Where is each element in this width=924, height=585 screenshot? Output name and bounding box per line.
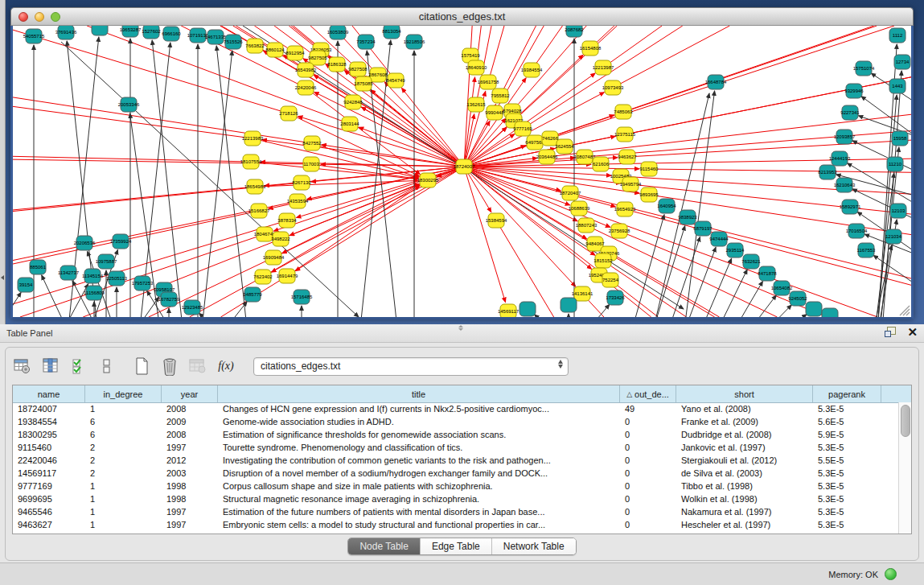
table-row[interactable]: 911546021997Tourette syndrome. Phenomeno… — [13, 441, 899, 454]
graph-node-label: 18720407 — [560, 191, 581, 196]
table-selector-dropdown[interactable]: citations_edges.txt — [253, 357, 569, 376]
sort-ascending-icon: △ — [626, 390, 632, 398]
graph-node-teal[interactable] — [519, 302, 536, 316]
column-header[interactable]: short — [676, 385, 813, 402]
graph-node-label: 16782759 — [158, 297, 180, 302]
graph-node-label: 15751074 — [853, 66, 875, 71]
column-header[interactable]: pagerank — [813, 385, 881, 402]
graph-node-label: 19495794 — [620, 182, 642, 187]
graph-node-label: 8213953 — [818, 170, 837, 175]
table-panel-header[interactable]: Table Panel ✕ — [0, 324, 924, 343]
graph-node-label: 18654983 — [244, 184, 266, 189]
table-selector-value: citations_edges.txt — [261, 360, 340, 372]
float-panel-icon[interactable] — [885, 327, 897, 338]
network-window[interactable]: citations_edges.txt 18724007183002951575… — [10, 7, 914, 318]
tab-edge-table[interactable]: Edge Table — [421, 538, 492, 554]
column-header[interactable]: title — [218, 385, 620, 402]
table-row[interactable]: 977716911998Corpus callosum shape and si… — [13, 480, 899, 492]
graph-node-label: 117003 — [303, 162, 319, 167]
table-row[interactable]: 1456911722003Disruption of a novel membe… — [13, 467, 899, 480]
scrollbar-thumb[interactable] — [901, 405, 910, 437]
network-view-canvas[interactable]: 1872400718300295157541918640910169617587… — [10, 26, 914, 319]
graph-node-label: 16543982 — [295, 68, 317, 72]
graph-node-label: 23756928 — [609, 229, 630, 233]
table-row[interactable]: 1872400712008Changes of HCN gene express… — [13, 402, 899, 415]
dropdown-stepper-icon — [558, 360, 563, 369]
graph-node-label: 18300295 — [417, 178, 439, 183]
graph-node-label: 20053346 — [118, 102, 140, 107]
select-rows-button[interactable] — [68, 356, 89, 377]
graph-node-teal[interactable] — [806, 302, 822, 316]
graph-node-label: 7632621 — [741, 259, 761, 264]
graph-node-teal[interactable] — [561, 298, 577, 312]
column-header[interactable]: name — [13, 385, 85, 402]
graph-node-label: 2867608 — [368, 72, 388, 77]
show-columns-button[interactable] — [40, 356, 61, 377]
table-row[interactable]: 946554611997Estimation of the future num… — [13, 505, 899, 518]
close-panel-icon[interactable]: ✕ — [907, 327, 918, 338]
graph-node-label: 8427552 — [302, 141, 322, 146]
graph-node-label: 7663822 — [245, 43, 265, 48]
graph-node-label: 746266 — [542, 136, 559, 141]
graph-node-teal[interactable] — [92, 26, 108, 35]
column-header[interactable]: in_degree — [85, 385, 162, 402]
delete-button[interactable] — [159, 356, 180, 377]
graph-node-label: 9827505 — [308, 56, 327, 60]
table-row[interactable]: 1938455462009Genome-wide association stu… — [13, 415, 899, 428]
graph-node-label: 15166827 — [248, 208, 270, 213]
table-row[interactable]: 946362711997Embryonic stem cells: a mode… — [13, 518, 899, 531]
import-table-button[interactable] — [187, 356, 208, 377]
graph-node-teal[interactable] — [822, 308, 838, 317]
vertical-scrollbar[interactable] — [898, 402, 911, 534]
column-header[interactable]: year — [162, 385, 218, 402]
table-row[interactable]: 969969511998Structural magnetic resonanc… — [13, 492, 899, 505]
graph-node-label: 39154 — [19, 282, 33, 287]
graph-node-label: 37691436 — [55, 30, 77, 35]
graph-node-label: 9893695 — [639, 192, 659, 197]
split-pane-handle-icon[interactable] — [455, 325, 466, 332]
graph-node-label: 11210 — [889, 162, 902, 167]
network-window-titlebar[interactable]: citations_edges.txt — [10, 7, 914, 26]
splitter-collapse-arrow-icon[interactable] — [1, 275, 4, 280]
table-row[interactable]: 2242004622012Investigating the contribut… — [13, 454, 899, 467]
graph-node-label: 8860124 — [265, 47, 285, 52]
graph-node-label: 7485063 — [614, 109, 633, 114]
graph-node-label: 14569117 — [498, 309, 519, 314]
table-settings-button[interactable] — [12, 356, 33, 377]
table-panel-body: f(x) citations_edges.txt namein_degreeye… — [5, 347, 919, 561]
graph-node-label: 16154808 — [580, 46, 602, 51]
function-builder-button[interactable]: f(x) — [216, 356, 236, 377]
graph-node-label: 1167553 — [857, 248, 877, 253]
rows-button[interactable] — [97, 356, 117, 377]
control-panel-splitter[interactable] — [0, 0, 6, 324]
graph-node-label: 20364486 — [536, 154, 558, 159]
graph-node-label: 1640954 — [657, 204, 676, 208]
graph-node-label: 9474444 — [709, 237, 729, 241]
resize-grip-icon[interactable] — [900, 306, 910, 315]
graph-node-label: 8912954 — [285, 51, 305, 56]
graph-node-label: 19384554 — [521, 68, 543, 72]
table-row[interactable]: 1830029562008Estimation of significance … — [13, 428, 899, 441]
graph-node-label: 9242848 — [343, 100, 363, 105]
graph-node-label: 9777169 — [513, 126, 532, 131]
graph-node-label: 2718126 — [279, 111, 298, 116]
graph-node-label: 19218506 — [404, 39, 425, 44]
graph-node-label: 16210643 — [834, 183, 856, 187]
graph-node-label: 12505113 — [106, 276, 128, 281]
graph-node-label: 1815152 — [593, 258, 613, 263]
graph-node-label: 9484067 — [585, 241, 605, 246]
column-header[interactable]: △out_de... — [620, 385, 676, 402]
graph-node-label: 20206536 — [74, 241, 96, 245]
graph-node-label: 16961758 — [478, 80, 499, 84]
graph-node-label: 3624554 — [555, 144, 574, 149]
tab-network-table[interactable]: Network Table — [492, 538, 576, 554]
table-type-tabs: Node TableEdge TableNetwork Table — [347, 538, 576, 555]
memory-ok-indicator-icon — [885, 568, 897, 580]
graph-node-label: 12444193 — [829, 156, 851, 161]
graph-node-label: 8186328 — [327, 62, 347, 67]
new-file-button[interactable] — [131, 356, 152, 377]
table-toolbar: f(x) citations_edges.txt — [12, 354, 912, 378]
tab-node-table[interactable]: Node Table — [348, 538, 421, 554]
graph-node-label: 11342737 — [58, 270, 80, 275]
graph-node-label: 3485779 — [243, 292, 262, 297]
